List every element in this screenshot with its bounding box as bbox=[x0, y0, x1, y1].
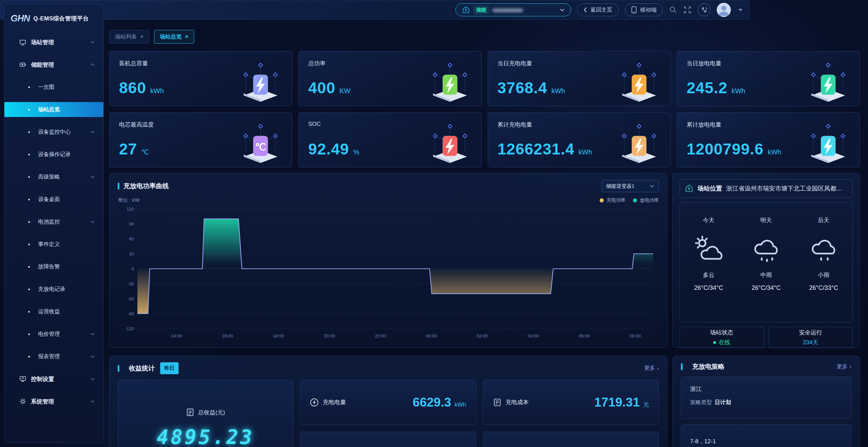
station-status-box: 场站状态 在线 bbox=[680, 327, 764, 348]
mobile-button[interactable]: 移动端 bbox=[625, 3, 663, 16]
stat-value: 245.2 bbox=[687, 79, 728, 97]
bullet-icon bbox=[28, 244, 30, 245]
discharge-income-card: 放电收益 6614.54 bbox=[483, 432, 659, 447]
strategy-card[interactable]: 浙江 策略类型日计划 bbox=[681, 377, 851, 419]
tab-label: 场站列表 bbox=[115, 33, 137, 40]
sidebar-item-advanced-strategy[interactable]: 高级策略 bbox=[4, 169, 103, 184]
revenue-more-link[interactable]: 更多› bbox=[644, 365, 659, 372]
revenue-doc-icon bbox=[186, 408, 195, 417]
stat-unit: kWh bbox=[551, 87, 565, 95]
tab-label: 场站总览 bbox=[160, 33, 182, 40]
svg-text:-90: -90 bbox=[128, 311, 134, 316]
tab-station-list[interactable]: 场站列表 × bbox=[109, 30, 149, 44]
legend-dot bbox=[600, 198, 604, 202]
revenue-title: 收益统计 bbox=[129, 364, 155, 373]
sidebar-item-operation-revenue[interactable]: 运营收益 bbox=[4, 304, 103, 319]
station-location-bar[interactable]: 场站位置 浙江省温州市瑞安市塘下北工业园区凤都… bbox=[680, 179, 853, 198]
fullscreen-icon[interactable] bbox=[683, 6, 691, 14]
stat-card-total-charge: 累计充电电量 1266231.4kWh bbox=[488, 112, 671, 167]
sidebar-item-label: 报表管理 bbox=[38, 353, 60, 360]
language-toggle-icon[interactable]: A中 bbox=[698, 3, 711, 16]
back-home-button[interactable]: 返回主页 bbox=[577, 3, 619, 16]
chevron-right-icon: › bbox=[850, 364, 851, 370]
location-label: 场站位置 bbox=[698, 184, 722, 193]
chevron-down-icon bbox=[560, 9, 565, 12]
sidebar-item-report-mgmt[interactable]: 报表管理 bbox=[4, 349, 103, 364]
brand-logo: GHN bbox=[11, 13, 30, 24]
inverter-select[interactable]: 储能逆变器1 bbox=[602, 180, 659, 192]
daily-discharge-icon bbox=[806, 62, 851, 102]
svg-text:22:00: 22:00 bbox=[375, 333, 386, 338]
user-avatar[interactable] bbox=[717, 3, 731, 17]
stat-unit: KW bbox=[339, 87, 350, 95]
sidebar-item-storage-mgmt[interactable]: 储能管理 bbox=[4, 57, 103, 72]
legend-dot bbox=[633, 198, 637, 202]
svg-text:120: 120 bbox=[127, 206, 134, 212]
total-revenue-label: 总收益(元) bbox=[198, 409, 225, 416]
card-value: 6629.3 bbox=[413, 395, 451, 410]
stat-cards: 装机总容量 860kWh 总功率 400KW 当日充电电量 3768.4kWh … bbox=[109, 51, 860, 167]
sidebar-item-device-op-log[interactable]: 设备操作记录 bbox=[4, 147, 103, 162]
sidebar-item-charge-records[interactable]: 充放电记录 bbox=[4, 282, 103, 297]
close-icon[interactable]: × bbox=[185, 33, 188, 40]
sidebar-item-price-mgmt[interactable]: 电价管理 bbox=[4, 327, 103, 342]
sidebar-item-battery-monitor[interactable]: 电池监控 bbox=[4, 214, 103, 229]
chevron-down-icon bbox=[90, 176, 95, 178]
svg-text:14:00: 14:00 bbox=[171, 333, 182, 338]
legend-charge-power[interactable]: 充电功率 bbox=[600, 197, 625, 203]
sidebar-item-system-mgmt[interactable]: 系统管理 bbox=[4, 394, 103, 409]
total-revenue-value: 4895.23 bbox=[157, 426, 254, 447]
sidebar-item-label: 设备桌面 bbox=[38, 196, 60, 203]
sidebar-item-station-overview[interactable]: 场站总览 bbox=[4, 102, 103, 117]
gear-icon bbox=[19, 398, 26, 405]
revenue-panel: 收益统计 昨日 更多› 总收益(元) 4895.23 充电电量 6629.3kW… bbox=[109, 356, 667, 447]
title-accent bbox=[681, 363, 683, 370]
sidebar-item-event-definition[interactable]: 事件定义 bbox=[4, 237, 103, 252]
strategy-more-link[interactable]: 更多› bbox=[837, 363, 851, 370]
weather-today: 今天 多云 26°C/34°C bbox=[692, 216, 725, 322]
sidebar-item-control-settings[interactable]: 控制设置 bbox=[4, 371, 103, 386]
station-status-label: 场站状态 bbox=[710, 329, 733, 336]
sidebar-item-device-desktop[interactable]: 设备桌面 bbox=[4, 192, 103, 207]
close-icon[interactable]: × bbox=[140, 33, 144, 40]
legend-label: 充电功率 bbox=[606, 197, 625, 203]
stat-value: 3768.4 bbox=[498, 79, 548, 97]
sidebar-item-fault-alarm[interactable]: 故障告警 bbox=[4, 259, 103, 274]
svg-text:06:00: 06:00 bbox=[579, 333, 590, 338]
legend-discharge-power[interactable]: 放电功率 bbox=[633, 197, 659, 203]
stat-card-total-power: 总功率 400KW bbox=[298, 51, 481, 106]
chart-legend: 充电功率 放电功率 bbox=[600, 197, 659, 203]
chart-title: 充放电功率曲线 bbox=[123, 182, 169, 191]
search-icon[interactable] bbox=[669, 6, 677, 14]
strategy-type-value: 日计划 bbox=[715, 399, 731, 405]
stat-card-total-discharge: 累计放电电量 1200799.6kWh bbox=[677, 112, 860, 167]
weather-condition: 多云 bbox=[703, 271, 715, 279]
bullet-icon bbox=[28, 154, 30, 155]
card-label: 充电成本 bbox=[506, 398, 529, 406]
station-type-badge: 储能 bbox=[473, 6, 489, 14]
strategy-title: 充放电策略 bbox=[692, 362, 724, 371]
period-yesterday-badge[interactable]: 昨日 bbox=[160, 362, 179, 374]
station-home-icon bbox=[462, 6, 470, 14]
bullet-icon bbox=[28, 176, 30, 178]
strategy-card[interactable]: 7-8，12-1 bbox=[681, 424, 851, 447]
sidebar-item-device-monitor-center[interactable]: 设备监控中心 bbox=[4, 125, 103, 139]
svg-text:0: 0 bbox=[132, 266, 134, 271]
sidebar-item-label: 设备监控中心 bbox=[38, 129, 71, 136]
tab-station-overview[interactable]: 场站总览 × bbox=[154, 30, 194, 44]
stat-value: 27 bbox=[119, 140, 137, 158]
avatar-caret-icon[interactable] bbox=[738, 9, 742, 11]
bullet-icon bbox=[28, 311, 30, 313]
sidebar-item-station-mgmt[interactable]: 场站管理 bbox=[4, 35, 103, 50]
sidebar-item-primary-diagram[interactable]: 一次图 bbox=[4, 80, 103, 95]
sidebar-item-label: 充放电记录 bbox=[38, 286, 65, 293]
location-home-icon bbox=[685, 184, 694, 193]
sidebar-item-label: 设备操作记录 bbox=[38, 151, 71, 158]
chevron-down-icon bbox=[650, 185, 654, 187]
station-selector[interactable]: 储能 ■■■■■■■■■■■ bbox=[455, 3, 571, 16]
stat-value: 1266231.4 bbox=[498, 140, 574, 158]
bullet-icon bbox=[28, 356, 30, 358]
bullet-icon bbox=[28, 333, 30, 335]
weather-condition: 小雨 bbox=[818, 271, 830, 279]
weather-day: 后天 bbox=[818, 216, 830, 224]
